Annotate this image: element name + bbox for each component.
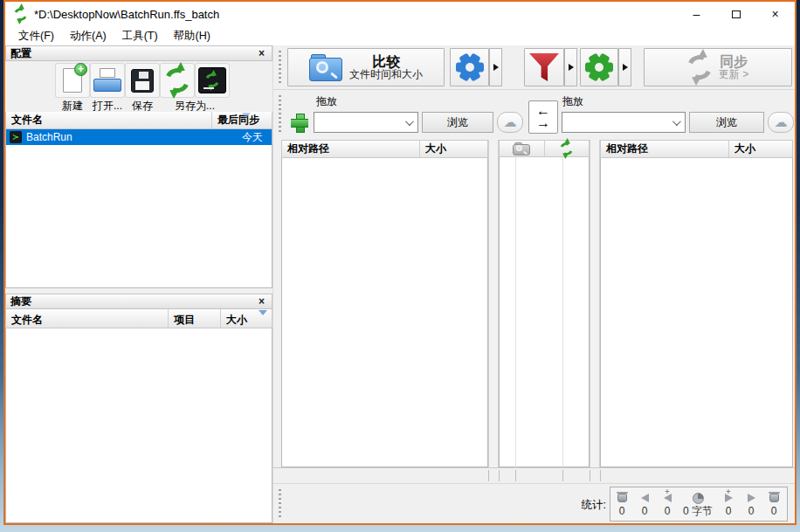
- maximize-icon: [732, 10, 741, 18]
- summary-col-size[interactable]: 大小: [221, 309, 272, 328]
- synchronize-variant-label: 更新 >: [719, 69, 748, 80]
- left-folder-combobox[interactable]: [314, 112, 418, 133]
- left-grid-scrollbar[interactable]: [488, 140, 499, 467]
- update-right-arrow-icon: [748, 494, 755, 502]
- right-grid-col-path[interactable]: 相对路径: [601, 141, 729, 157]
- config-col-filename[interactable]: 文件名: [6, 112, 212, 128]
- config-row-batchrun[interactable]: ≻ BatchRun 今天: [6, 129, 272, 145]
- add-folder-pair-button[interactable]: [290, 113, 309, 132]
- statistics-label: 统计:: [582, 498, 606, 513]
- middle-grid-body[interactable]: [499, 157, 590, 467]
- stat-create-left: + 0: [656, 487, 679, 521]
- right-grid-body[interactable]: [600, 158, 793, 467]
- stat-delete-left: 0: [610, 487, 633, 521]
- summary-col-items[interactable]: 项目: [169, 309, 221, 328]
- close-button[interactable]: ×: [755, 2, 795, 26]
- middle-grid: [499, 140, 590, 467]
- folder-row-grip[interactable]: [279, 95, 281, 135]
- right-cloud-button[interactable]: ☁: [768, 112, 794, 133]
- summary-list-header: 文件名 项目 大小: [5, 309, 272, 328]
- config-sidebar: 配置 × +: [5, 45, 272, 523]
- statistics-bar-grip[interactable]: [279, 489, 281, 518]
- open-folder-icon: [93, 68, 121, 93]
- menubar: 文件(F) 动作(A) 工具(T) 帮助(H): [5, 26, 795, 45]
- titlebar: *D:\DesktopNow\BatchRun.ffs_batch – ×: [5, 2, 795, 26]
- cloud-icon: ☁: [504, 114, 517, 130]
- comparison-settings-dropdown-button[interactable]: [489, 48, 502, 86]
- filter-settings-button[interactable]: [524, 48, 564, 86]
- right-folder-path-input[interactable]: [562, 116, 672, 128]
- save-config-button[interactable]: [126, 64, 159, 97]
- save-as-sync-icon: [165, 68, 190, 93]
- summary-col-filename[interactable]: 文件名: [6, 309, 169, 328]
- batch-file-icon: ≻: [10, 131, 22, 143]
- config-list-header: 文件名 最后同步: [5, 112, 272, 129]
- plus-badge-icon: +: [665, 487, 669, 496]
- folder-pair-row: 拖放 浏览 ☁ ← → 拖放 浏览 ☁: [273, 89, 795, 140]
- combo-chevron-icon: [405, 117, 414, 126]
- menu-file[interactable]: 文件(F): [10, 27, 62, 45]
- left-browse-button[interactable]: 浏览: [422, 112, 493, 133]
- synchronize-icon: [687, 55, 712, 79]
- right-folder-combobox[interactable]: [562, 112, 686, 133]
- summary-list[interactable]: [5, 328, 272, 523]
- sort-indicator-icon: [242, 113, 251, 118]
- batch-job-icon: [198, 67, 226, 93]
- right-grid-scrollbar[interactable]: [590, 140, 600, 467]
- delete-right-icon: [769, 494, 779, 502]
- save-as-batch-button[interactable]: [196, 64, 229, 97]
- combo-chevron-icon: [672, 117, 681, 126]
- new-config-button[interactable]: +: [56, 64, 89, 97]
- comparison-settings-button[interactable]: [450, 48, 489, 86]
- app-window: *D:\DesktopNow\BatchRun.ffs_batch – × 文件…: [3, 0, 797, 525]
- sync-settings-button[interactable]: [580, 48, 618, 86]
- summary-panel-caption: 摘要 ×: [5, 294, 272, 309]
- sync-settings-dropdown-button[interactable]: [618, 48, 631, 86]
- left-grid-col-path[interactable]: 相对路径: [282, 141, 420, 157]
- config-list[interactable]: ≻ BatchRun 今天: [5, 129, 272, 288]
- config-panel-close-icon[interactable]: ×: [256, 47, 267, 59]
- minimize-button[interactable]: –: [677, 2, 716, 26]
- statistics-box: 0 0 + 0 0 字节 +: [610, 487, 788, 522]
- dropdown-arrow-icon: [569, 64, 574, 71]
- sort-desc-icon: [259, 310, 267, 315]
- compare-variant-label: 文件时间和大小: [349, 69, 423, 80]
- synchronize-button[interactable]: 同步 更新 >: [644, 48, 792, 86]
- toolbar-grip[interactable]: [279, 51, 281, 84]
- summary-panel-title: 摘要: [10, 294, 31, 309]
- right-drop-label: 拖放: [562, 94, 583, 109]
- compare-label: 比较: [349, 54, 423, 69]
- left-grid-col-size[interactable]: 大小: [420, 141, 487, 157]
- statistics-bar: 统计: 0 0 + 0 0 字: [273, 483, 795, 523]
- save-as-button[interactable]: [161, 64, 194, 97]
- compare-icon: [309, 53, 342, 81]
- swap-sides-button[interactable]: ← →: [528, 100, 558, 134]
- config-toolbar: + 新建 打开... 保存: [5, 61, 272, 112]
- config-col-lastsync[interactable]: 最后同步: [212, 112, 272, 128]
- menu-tools[interactable]: 工具(T): [114, 27, 166, 45]
- dropdown-arrow-icon: [623, 64, 628, 71]
- stat-create-right: + 0: [717, 487, 740, 521]
- right-grid-col-size[interactable]: 大小: [729, 141, 792, 157]
- middle-view-filter-button[interactable]: [500, 141, 545, 156]
- sync-arrows-icon: [560, 142, 573, 155]
- left-folder-path-input[interactable]: [314, 116, 405, 128]
- left-grid-body[interactable]: [281, 158, 488, 467]
- compare-button[interactable]: 比较 文件时间和大小: [287, 48, 445, 86]
- menu-actions[interactable]: 动作(A): [62, 27, 114, 45]
- new-document-icon: +: [63, 68, 82, 93]
- filter-dropdown-button[interactable]: [564, 48, 577, 86]
- grid-footer-strip: [273, 467, 795, 483]
- stat-update-left: 0: [633, 487, 656, 521]
- menu-help[interactable]: 帮助(H): [166, 27, 218, 45]
- left-cloud-button[interactable]: ☁: [497, 112, 523, 133]
- maximize-button[interactable]: [716, 2, 755, 26]
- config-row-name: BatchRun: [26, 131, 242, 143]
- config-row-lastsync: 今天: [242, 130, 268, 145]
- left-drop-label: 拖放: [316, 94, 337, 109]
- window-title: *D:\DesktopNow\BatchRun.ffs_batch: [34, 8, 677, 21]
- right-browse-button[interactable]: 浏览: [689, 112, 764, 133]
- open-config-button[interactable]: [91, 64, 124, 97]
- summary-panel-close-icon[interactable]: ×: [256, 295, 267, 307]
- middle-sync-button[interactable]: [545, 141, 590, 156]
